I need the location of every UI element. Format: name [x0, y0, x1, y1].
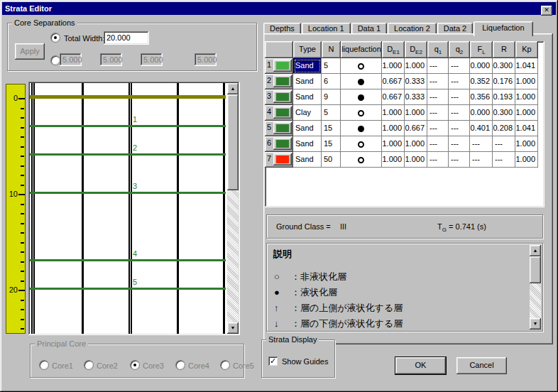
strata-plot[interactable]: ▲ ▼ 12345 [28, 82, 240, 335]
cell-q1[interactable]: --- [427, 121, 449, 136]
cell-r[interactable]: 0.300 [493, 105, 515, 121]
cell-kp[interactable]: 1.000 [515, 74, 538, 89]
plot-scroll-thumb[interactable] [227, 94, 239, 190]
cell-kp[interactable]: 1.000 [515, 136, 538, 152]
cell-type[interactable]: Sand [293, 121, 322, 136]
title-bar[interactable]: Strata Editor ✕ [2, 2, 556, 15]
separation-input-4[interactable]: 5.000 [195, 53, 217, 66]
cell-de1[interactable]: 0.667 [382, 89, 405, 105]
legend-scroll-up-icon[interactable]: ▲ [530, 245, 541, 256]
cell-n[interactable]: 6 [322, 74, 341, 89]
cell-type[interactable]: Sand [293, 136, 322, 152]
cell-liq[interactable] [341, 121, 382, 136]
show-guides-checkbox[interactable]: ✓ [268, 356, 278, 366]
cell-q2[interactable]: --- [449, 136, 470, 152]
row-header-1[interactable]: 1 [265, 58, 293, 74]
legend-scroll-thumb[interactable] [530, 256, 541, 283]
row-header-3[interactable]: 3 [265, 89, 293, 105]
radio-core1[interactable] [40, 361, 48, 369]
cell-de2[interactable]: 1.000 [405, 58, 427, 74]
cell-n[interactable]: 9 [322, 89, 341, 105]
row-header-5[interactable]: 5 [265, 121, 293, 136]
layer-color-button[interactable] [273, 122, 292, 134]
cell-q1[interactable]: --- [427, 105, 449, 121]
cell-de2[interactable]: 1.000 [405, 152, 427, 168]
cell-kp[interactable]: 1.000 [515, 152, 538, 168]
separation-input-3[interactable]: 5.000 [141, 53, 163, 66]
cell-r[interactable]: 0.176 [493, 74, 515, 89]
separation-input-2[interactable]: 5.000 [100, 53, 122, 66]
cell-q2[interactable]: --- [449, 89, 470, 105]
cell-liq[interactable] [341, 74, 382, 89]
cell-fl[interactable]: 0.000 [470, 58, 493, 74]
cell-type[interactable]: Sand [293, 58, 322, 74]
total-width-radio[interactable] [51, 33, 60, 42]
cell-r[interactable]: 0.193 [493, 89, 515, 105]
cancel-button[interactable]: Cancel [456, 357, 507, 374]
cell-n[interactable]: 15 [322, 136, 341, 152]
cell-kp[interactable]: 1.041 [515, 58, 538, 74]
cell-r[interactable]: --- [493, 152, 515, 168]
cell-r[interactable]: 0.208 [493, 121, 515, 136]
cell-de2[interactable]: 1.000 [405, 105, 427, 121]
surface-line[interactable] [30, 95, 226, 99]
row-header-6[interactable]: 6 [265, 136, 293, 152]
layer-color-button[interactable] [273, 138, 292, 150]
close-icon[interactable]: ✕ [541, 6, 552, 16]
cell-liq[interactable] [341, 136, 382, 152]
cell-fl[interactable]: --- [470, 136, 493, 152]
radio-core4[interactable] [176, 361, 185, 369]
row-header-7[interactable]: 7 [265, 152, 293, 168]
cell-fl[interactable]: 0.356 [470, 89, 493, 105]
cell-de1[interactable]: 0.667 [382, 74, 405, 89]
cell-fl[interactable]: --- [470, 152, 493, 168]
cell-type[interactable]: Clay [293, 105, 322, 121]
cell-liq[interactable] [341, 58, 382, 74]
cell-n[interactable]: 5 [322, 58, 341, 74]
tab-liquefaction[interactable]: Liquefaction [474, 21, 532, 36]
apply-button[interactable]: Apply [15, 43, 45, 60]
layer-color-button[interactable] [273, 91, 292, 103]
cell-liq[interactable] [341, 105, 382, 121]
cell-kp[interactable]: 1.041 [515, 121, 538, 136]
plot-scrollbar[interactable]: ▲ ▼ [227, 83, 239, 334]
strata-boundary-line-1[interactable] [30, 125, 226, 127]
scroll-down-icon[interactable]: ▼ [227, 322, 239, 334]
cell-r[interactable]: 0.300 [493, 58, 515, 74]
cell-q2[interactable]: --- [449, 58, 470, 74]
cell-fl[interactable]: 0.401 [470, 121, 493, 136]
cell-n[interactable]: 50 [322, 152, 341, 168]
row-header-2[interactable]: 2 [265, 74, 293, 89]
cell-q1[interactable]: --- [427, 58, 449, 74]
cell-type[interactable]: Sand [293, 89, 322, 105]
ok-button[interactable]: OK [395, 357, 446, 374]
cell-n[interactable]: 5 [322, 105, 341, 121]
cell-r[interactable]: --- [493, 136, 515, 152]
strata-boundary-line-2[interactable] [30, 153, 226, 156]
strata-boundary-line-3[interactable] [30, 192, 226, 194]
cell-fl[interactable]: 0.352 [470, 74, 493, 89]
cell-n[interactable]: 15 [322, 121, 341, 136]
cell-de2[interactable]: 0.667 [405, 121, 427, 136]
cell-q2[interactable]: --- [449, 152, 470, 168]
separation-input-1[interactable]: 5.000 [60, 53, 82, 66]
cell-q2[interactable]: --- [449, 121, 470, 136]
legend-scroll-down-icon[interactable]: ▼ [530, 318, 541, 330]
radio-core2[interactable] [84, 361, 93, 369]
layer-color-button[interactable] [273, 107, 292, 119]
cell-q1[interactable]: --- [427, 136, 449, 152]
cell-q2[interactable]: --- [449, 105, 470, 121]
cell-q1[interactable]: --- [427, 89, 449, 105]
cell-de2[interactable]: 0.333 [405, 89, 427, 105]
cell-q1[interactable]: --- [427, 74, 449, 89]
cell-de1[interactable]: 1.000 [382, 105, 405, 121]
cell-kp[interactable]: 1.000 [515, 105, 538, 121]
radio-core3[interactable] [131, 361, 139, 369]
layer-color-button[interactable] [273, 60, 292, 72]
cell-fl[interactable]: 0.000 [470, 105, 493, 121]
cell-kp[interactable]: 1.000 [515, 89, 538, 105]
cell-q2[interactable]: --- [449, 74, 470, 89]
layer-color-button[interactable] [273, 153, 292, 165]
individual-separations-radio[interactable] [51, 56, 60, 65]
cell-de1[interactable]: 1.000 [382, 152, 405, 168]
